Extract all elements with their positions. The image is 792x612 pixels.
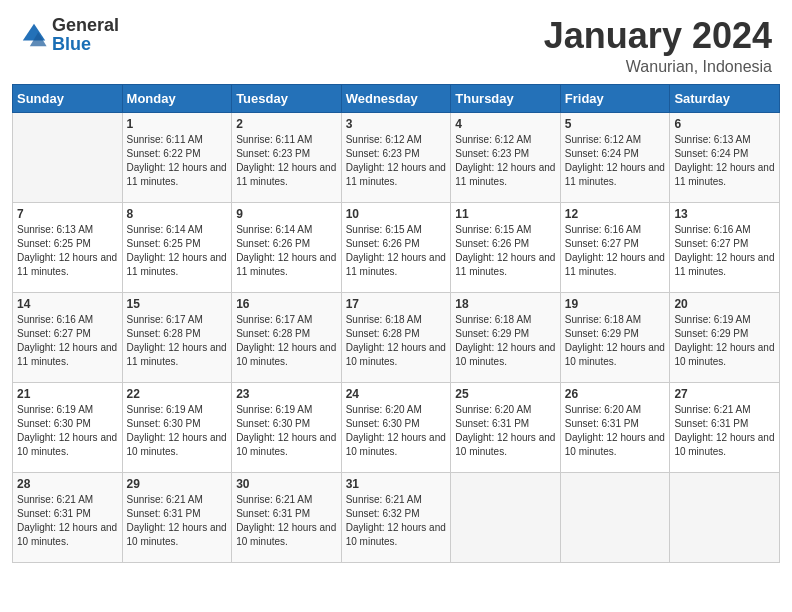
day-number: 19	[565, 297, 666, 311]
day-number: 8	[127, 207, 228, 221]
calendar-day-header: Saturday	[670, 84, 780, 112]
calendar-cell: 12Sunrise: 6:16 AM Sunset: 6:27 PM Dayli…	[560, 202, 670, 292]
day-number: 4	[455, 117, 556, 131]
calendar-cell	[13, 112, 123, 202]
calendar-cell: 21Sunrise: 6:19 AM Sunset: 6:30 PM Dayli…	[13, 382, 123, 472]
calendar-cell: 19Sunrise: 6:18 AM Sunset: 6:29 PM Dayli…	[560, 292, 670, 382]
day-info: Sunrise: 6:12 AM Sunset: 6:23 PM Dayligh…	[455, 133, 556, 189]
day-info: Sunrise: 6:18 AM Sunset: 6:28 PM Dayligh…	[346, 313, 447, 369]
day-number: 13	[674, 207, 775, 221]
calendar-cell: 27Sunrise: 6:21 AM Sunset: 6:31 PM Dayli…	[670, 382, 780, 472]
day-info: Sunrise: 6:12 AM Sunset: 6:24 PM Dayligh…	[565, 133, 666, 189]
day-info: Sunrise: 6:15 AM Sunset: 6:26 PM Dayligh…	[346, 223, 447, 279]
calendar-cell: 18Sunrise: 6:18 AM Sunset: 6:29 PM Dayli…	[451, 292, 561, 382]
day-number: 1	[127, 117, 228, 131]
calendar-week-row: 1Sunrise: 6:11 AM Sunset: 6:22 PM Daylig…	[13, 112, 780, 202]
calendar-week-row: 7Sunrise: 6:13 AM Sunset: 6:25 PM Daylig…	[13, 202, 780, 292]
day-number: 29	[127, 477, 228, 491]
calendar-cell: 14Sunrise: 6:16 AM Sunset: 6:27 PM Dayli…	[13, 292, 123, 382]
calendar-cell: 17Sunrise: 6:18 AM Sunset: 6:28 PM Dayli…	[341, 292, 451, 382]
calendar-header-row: SundayMondayTuesdayWednesdayThursdayFrid…	[13, 84, 780, 112]
svg-marker-0	[23, 24, 45, 41]
calendar-cell: 25Sunrise: 6:20 AM Sunset: 6:31 PM Dayli…	[451, 382, 561, 472]
calendar-cell: 20Sunrise: 6:19 AM Sunset: 6:29 PM Dayli…	[670, 292, 780, 382]
day-number: 16	[236, 297, 337, 311]
calendar-cell: 4Sunrise: 6:12 AM Sunset: 6:23 PM Daylig…	[451, 112, 561, 202]
day-info: Sunrise: 6:14 AM Sunset: 6:26 PM Dayligh…	[236, 223, 337, 279]
day-number: 31	[346, 477, 447, 491]
day-info: Sunrise: 6:19 AM Sunset: 6:30 PM Dayligh…	[127, 403, 228, 459]
day-number: 3	[346, 117, 447, 131]
day-number: 25	[455, 387, 556, 401]
day-number: 6	[674, 117, 775, 131]
day-number: 17	[346, 297, 447, 311]
day-info: Sunrise: 6:16 AM Sunset: 6:27 PM Dayligh…	[674, 223, 775, 279]
day-number: 21	[17, 387, 118, 401]
header: General Blue January 2024 Wanurian, Indo…	[0, 0, 792, 84]
day-number: 14	[17, 297, 118, 311]
logo: General Blue	[20, 16, 119, 54]
calendar-day-header: Thursday	[451, 84, 561, 112]
calendar-day-header: Wednesday	[341, 84, 451, 112]
calendar-day-header: Monday	[122, 84, 232, 112]
calendar-cell: 16Sunrise: 6:17 AM Sunset: 6:28 PM Dayli…	[232, 292, 342, 382]
day-info: Sunrise: 6:21 AM Sunset: 6:31 PM Dayligh…	[236, 493, 337, 549]
day-info: Sunrise: 6:11 AM Sunset: 6:22 PM Dayligh…	[127, 133, 228, 189]
day-number: 12	[565, 207, 666, 221]
day-info: Sunrise: 6:19 AM Sunset: 6:30 PM Dayligh…	[17, 403, 118, 459]
day-number: 9	[236, 207, 337, 221]
day-info: Sunrise: 6:20 AM Sunset: 6:30 PM Dayligh…	[346, 403, 447, 459]
calendar-cell: 10Sunrise: 6:15 AM Sunset: 6:26 PM Dayli…	[341, 202, 451, 292]
day-number: 24	[346, 387, 447, 401]
calendar-cell: 9Sunrise: 6:14 AM Sunset: 6:26 PM Daylig…	[232, 202, 342, 292]
day-number: 5	[565, 117, 666, 131]
calendar-cell: 6Sunrise: 6:13 AM Sunset: 6:24 PM Daylig…	[670, 112, 780, 202]
calendar-cell: 24Sunrise: 6:20 AM Sunset: 6:30 PM Dayli…	[341, 382, 451, 472]
day-info: Sunrise: 6:21 AM Sunset: 6:31 PM Dayligh…	[17, 493, 118, 549]
day-info: Sunrise: 6:21 AM Sunset: 6:32 PM Dayligh…	[346, 493, 447, 549]
day-number: 22	[127, 387, 228, 401]
day-info: Sunrise: 6:20 AM Sunset: 6:31 PM Dayligh…	[565, 403, 666, 459]
day-info: Sunrise: 6:13 AM Sunset: 6:25 PM Dayligh…	[17, 223, 118, 279]
day-number: 7	[17, 207, 118, 221]
day-info: Sunrise: 6:17 AM Sunset: 6:28 PM Dayligh…	[127, 313, 228, 369]
day-number: 18	[455, 297, 556, 311]
calendar-day-header: Tuesday	[232, 84, 342, 112]
calendar-cell: 30Sunrise: 6:21 AM Sunset: 6:31 PM Dayli…	[232, 472, 342, 562]
calendar-week-row: 28Sunrise: 6:21 AM Sunset: 6:31 PM Dayli…	[13, 472, 780, 562]
day-info: Sunrise: 6:12 AM Sunset: 6:23 PM Dayligh…	[346, 133, 447, 189]
calendar-day-header: Friday	[560, 84, 670, 112]
calendar-week-row: 14Sunrise: 6:16 AM Sunset: 6:27 PM Dayli…	[13, 292, 780, 382]
day-info: Sunrise: 6:17 AM Sunset: 6:28 PM Dayligh…	[236, 313, 337, 369]
day-number: 20	[674, 297, 775, 311]
day-info: Sunrise: 6:16 AM Sunset: 6:27 PM Dayligh…	[565, 223, 666, 279]
logo-icon	[20, 21, 48, 49]
calendar-week-row: 21Sunrise: 6:19 AM Sunset: 6:30 PM Dayli…	[13, 382, 780, 472]
calendar-cell	[451, 472, 561, 562]
day-info: Sunrise: 6:19 AM Sunset: 6:29 PM Dayligh…	[674, 313, 775, 369]
day-info: Sunrise: 6:21 AM Sunset: 6:31 PM Dayligh…	[674, 403, 775, 459]
location-title: Wanurian, Indonesia	[544, 58, 772, 76]
day-number: 23	[236, 387, 337, 401]
calendar-cell: 1Sunrise: 6:11 AM Sunset: 6:22 PM Daylig…	[122, 112, 232, 202]
day-info: Sunrise: 6:19 AM Sunset: 6:30 PM Dayligh…	[236, 403, 337, 459]
day-number: 2	[236, 117, 337, 131]
calendar-table: SundayMondayTuesdayWednesdayThursdayFrid…	[12, 84, 780, 563]
day-info: Sunrise: 6:15 AM Sunset: 6:26 PM Dayligh…	[455, 223, 556, 279]
calendar-cell: 2Sunrise: 6:11 AM Sunset: 6:23 PM Daylig…	[232, 112, 342, 202]
calendar-cell: 13Sunrise: 6:16 AM Sunset: 6:27 PM Dayli…	[670, 202, 780, 292]
day-info: Sunrise: 6:14 AM Sunset: 6:25 PM Dayligh…	[127, 223, 228, 279]
day-info: Sunrise: 6:21 AM Sunset: 6:31 PM Dayligh…	[127, 493, 228, 549]
calendar-day-header: Sunday	[13, 84, 123, 112]
calendar-cell	[560, 472, 670, 562]
calendar-cell: 5Sunrise: 6:12 AM Sunset: 6:24 PM Daylig…	[560, 112, 670, 202]
day-number: 27	[674, 387, 775, 401]
day-number: 28	[17, 477, 118, 491]
calendar-cell: 7Sunrise: 6:13 AM Sunset: 6:25 PM Daylig…	[13, 202, 123, 292]
day-number: 10	[346, 207, 447, 221]
day-number: 30	[236, 477, 337, 491]
logo-text: General Blue	[52, 16, 119, 54]
calendar-cell: 31Sunrise: 6:21 AM Sunset: 6:32 PM Dayli…	[341, 472, 451, 562]
calendar-cell: 23Sunrise: 6:19 AM Sunset: 6:30 PM Dayli…	[232, 382, 342, 472]
calendar-cell: 11Sunrise: 6:15 AM Sunset: 6:26 PM Dayli…	[451, 202, 561, 292]
